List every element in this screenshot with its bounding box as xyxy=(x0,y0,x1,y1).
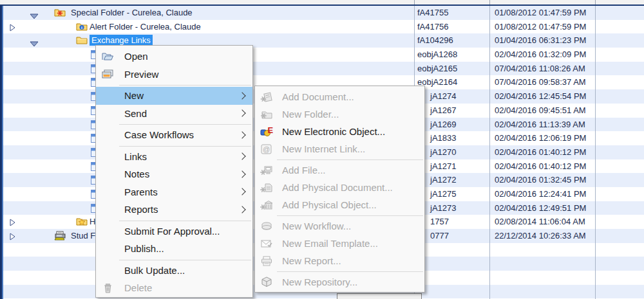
submenu-arrow-icon xyxy=(238,153,245,160)
column-divider xyxy=(489,0,490,5)
menu-item-reports[interactable]: Reports xyxy=(96,201,252,219)
machine-icon xyxy=(54,231,67,243)
add-file-icon xyxy=(260,165,273,176)
date-modified-cell: 02/04/2016 01:32:45 PM xyxy=(489,173,598,187)
expand-triangle-icon[interactable] xyxy=(10,232,15,244)
submenu-item-add-physical-object[interactable]: Add Physical Object... xyxy=(255,196,424,213)
date-modified-cell: 07/04/2016 09:58:37 AM xyxy=(489,75,598,89)
menu-item-label: New Report... xyxy=(282,255,341,266)
date-modified-cell: 02/08/2014 11:06:04 AM xyxy=(489,215,598,229)
physical-object-icon xyxy=(260,199,273,211)
submenu-item-add-physical-document[interactable]: Add Physical Document... xyxy=(255,179,424,196)
menu-item-submit-for-approval[interactable]: Submit For Approval... xyxy=(96,222,252,240)
submenu-arrow-icon xyxy=(238,206,245,213)
date-modified-cell: 02/04/2016 01:40:12 PM xyxy=(489,145,598,159)
date-modified-cell: 02/04/2016 11:13:39 AM xyxy=(489,118,598,132)
menu-item-label: New Workflow... xyxy=(282,221,351,231)
menu-item-label: Add File... xyxy=(282,165,326,176)
column-divider xyxy=(595,0,596,5)
date-modified-cell: 02/04/2016 12:45:54 PM xyxy=(489,89,598,104)
expand-triangle-icon[interactable] xyxy=(10,23,15,35)
submenu-item-new-report[interactable]: New Report... xyxy=(255,252,424,269)
date-modified-cell: 02/04/2016 12:06:19 PM xyxy=(489,131,598,145)
menu-item-label: Add Document... xyxy=(282,91,354,102)
menu-item-delete[interactable]: Delete xyxy=(96,279,252,297)
menu-item-case-workflows[interactable]: Case Workflows xyxy=(96,126,252,144)
expand-triangle-icon[interactable] xyxy=(10,218,15,230)
menu-item-send[interactable]: Send xyxy=(96,105,252,123)
menu-item-label: Delete xyxy=(124,282,152,293)
submenu-item-new-folder[interactable]: New Folder... xyxy=(255,105,424,123)
menu-item-label: Preview xyxy=(124,69,158,80)
add-document-icon xyxy=(260,91,273,103)
date-modified-cell: 02/04/2016 12:49:51 PM xyxy=(489,201,598,215)
header-border xyxy=(0,5,644,6)
tree-item-label: H xyxy=(90,215,95,229)
menu-item-notes[interactable]: Notes xyxy=(96,165,252,183)
menu-item-label: Submit For Approval... xyxy=(124,226,220,237)
trash-icon xyxy=(101,282,114,294)
column-divider xyxy=(414,0,415,5)
star-folder-icon xyxy=(76,217,88,228)
menu-item-label: Reports xyxy=(124,204,158,215)
collapse-triangle-icon[interactable] xyxy=(30,38,39,50)
menu-item-label: Add Physical Object... xyxy=(282,199,377,210)
submenu-item-add-file[interactable]: Add File... xyxy=(255,161,424,179)
tree-item-text: Stud F xyxy=(71,231,95,240)
special-folder-icon xyxy=(54,8,66,19)
date-modified-cell: 01/08/2012 01:47:59 PM xyxy=(489,6,598,20)
table-row[interactable]: iAlert Folder - Curelea, ClaudefA4175601… xyxy=(3,20,644,34)
window-left-border-inner xyxy=(2,0,3,299)
date-modified-cell: 02/04/2016 01:32:09 PM xyxy=(489,48,598,62)
date-modified-cell: 01/08/2012 01:47:59 PM xyxy=(489,20,598,34)
submenu-arrow-icon xyxy=(238,110,245,117)
id-cell: fA41755 xyxy=(414,6,489,20)
id-cell: eobjA1268 xyxy=(414,48,489,62)
menu-item-label: New Electronic Object... xyxy=(282,126,385,137)
submenu-item-new-repository[interactable]: New Repository... xyxy=(255,273,424,291)
menu-item-label: Bulk Update... xyxy=(124,265,185,276)
submenu-item-new-internet-link[interactable]: @New Internet Link... xyxy=(255,140,424,158)
tree-item-label: Special Folder - Curelea, Claude xyxy=(71,6,193,20)
menu-item-bulk-update[interactable]: Bulk Update... xyxy=(96,262,252,280)
menu-item-preview[interactable]: Preview xyxy=(96,66,252,84)
new-folder-icon xyxy=(260,109,273,120)
date-modified-cell: 02/04/2016 09:45:51 AM xyxy=(489,104,598,118)
electronic-object-icon: E xyxy=(260,126,273,138)
grid-column-line xyxy=(489,5,490,299)
collapse-triangle-icon[interactable] xyxy=(30,10,39,22)
tree-item-text: Alert Folder - Curelea, Claude xyxy=(90,22,201,32)
id-cell: eobjA2165 xyxy=(414,62,489,76)
table-row[interactable]: Special Folder - Curelea, ClaudefA417550… xyxy=(3,6,644,20)
tree-item-label: Stud F xyxy=(71,229,95,243)
report-icon xyxy=(260,255,273,267)
menu-item-links[interactable]: Links xyxy=(96,148,252,166)
submenu-item-new-email-template[interactable]: New Email Template... xyxy=(255,235,424,252)
tree-item-text: Exchange Links xyxy=(90,35,153,46)
grid-column-line xyxy=(595,5,596,299)
folder-icon xyxy=(76,35,88,47)
preview-icon xyxy=(101,68,114,80)
menu-item-open[interactable]: Open xyxy=(96,48,252,66)
submenu-item-new-electronic-object[interactable]: ENew Electronic Object... xyxy=(255,123,424,140)
svg-text:E: E xyxy=(268,126,274,135)
new-submenu: Add Document...New Folder...ENew Electro… xyxy=(254,86,425,293)
submenu-arrow-icon xyxy=(238,170,245,177)
menu-item-label: New Internet Link... xyxy=(282,143,365,154)
id-cell: fA41756 xyxy=(414,20,489,34)
background-window-edge xyxy=(337,293,422,299)
menu-item-parents[interactable]: Parents xyxy=(96,183,252,201)
alert-folder-icon: i xyxy=(76,22,88,33)
menu-item-publish[interactable]: Publish... xyxy=(96,240,252,258)
internet-link-icon: @ xyxy=(260,143,273,155)
menu-item-new[interactable]: New xyxy=(96,87,252,105)
menu-item-label: Notes xyxy=(124,168,149,179)
email-template-icon xyxy=(260,238,273,249)
id-cell: eobjA2164 xyxy=(414,75,489,89)
menu-item-label: New Repository... xyxy=(282,276,357,287)
svg-text:@: @ xyxy=(263,145,270,152)
tree-item-text: H xyxy=(90,217,95,226)
submenu-item-add-document[interactable]: Add Document... xyxy=(255,88,424,105)
svg-text:i: i xyxy=(81,25,82,30)
submenu-item-new-workflow[interactable]: New Workflow... xyxy=(255,217,424,235)
